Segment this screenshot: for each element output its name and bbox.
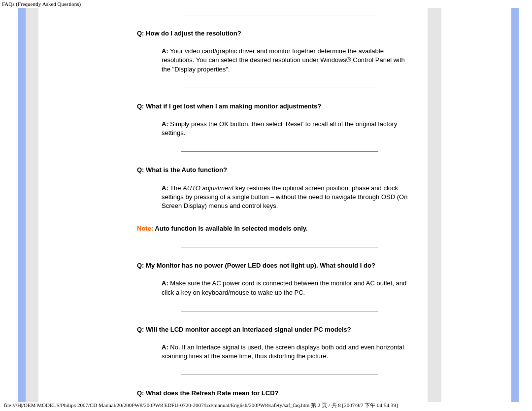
a-text: No. If an Interlace signal is used, the … <box>162 343 404 360</box>
q-prefix: Q: <box>137 30 144 37</box>
q-text: How do I adjust the resolution? <box>144 30 241 37</box>
q-prefix: Q: <box>137 326 144 333</box>
a-text-pre: The <box>168 184 183 192</box>
faq-question: Q: My Monitor has no power (Power LED do… <box>137 261 413 270</box>
faq-question: Q: What does the Refresh Rate mean for L… <box>137 389 413 398</box>
a-text: Make sure the AC power cord is connected… <box>162 279 406 296</box>
left-gutter <box>0 8 18 402</box>
divider <box>181 88 378 88</box>
divider <box>181 151 378 152</box>
faq-question: Q: What is the Auto function? <box>137 166 413 174</box>
right-stripe <box>511 8 519 402</box>
right-pad2 <box>441 8 511 402</box>
faq-answer: A: Your video card/graphic driver and mo… <box>162 47 413 74</box>
q-text: What if I get lost when I am making moni… <box>144 103 321 110</box>
faq-note: Note: Auto function is available in sele… <box>137 224 413 233</box>
faq-answer: A: Make sure the AC power cord is connec… <box>162 279 413 297</box>
divider <box>181 311 378 311</box>
right-gutter <box>519 8 532 402</box>
faq-answer: A: Simply press the OK button, then sele… <box>162 120 413 137</box>
divider <box>181 247 378 247</box>
left-stripe <box>18 8 26 402</box>
note-text: Auto function is available in selected m… <box>153 225 308 232</box>
faq-question: Q: What if I get lost when I am making m… <box>137 102 413 111</box>
q-prefix: Q: <box>137 389 144 397</box>
a-text-italic: AUTO adjustment <box>183 184 233 192</box>
q-prefix: Q: <box>137 262 144 269</box>
faq-question: Q: How do I adjust the resolution? <box>137 29 413 38</box>
a-prefix: A: <box>162 47 168 55</box>
a-prefix: A: <box>162 279 168 287</box>
q-prefix: Q: <box>137 103 144 110</box>
page-body: Q: How do I adjust the resolution? A: Yo… <box>0 8 532 402</box>
right-pad <box>428 8 441 402</box>
a-prefix: A: <box>162 184 168 192</box>
a-text: Simply press the OK button, then select … <box>162 120 397 137</box>
q-text: What is the Auto function? <box>144 166 227 173</box>
footer-file-path: file:///H|/OEM MODELS/Philips 2007/CD Ma… <box>2 401 400 410</box>
note-prefix: Note: <box>137 225 153 232</box>
faq-answer: A: No. If an Interlace signal is used, t… <box>162 343 413 361</box>
divider <box>181 15 378 15</box>
faq-question: Q: Will the LCD monitor accept an interl… <box>137 325 413 334</box>
left-pad <box>26 8 38 402</box>
a-text: Your video card/graphic driver and monit… <box>162 47 405 72</box>
page-header-title: FAQs (Frequently Asked Questions) <box>0 0 532 8</box>
divider <box>181 375 378 375</box>
q-prefix: Q: <box>137 166 144 173</box>
a-prefix: A: <box>162 343 168 351</box>
q-text: My Monitor has no power (Power LED does … <box>144 262 375 269</box>
q-text: Will the LCD monitor accept an interlace… <box>144 326 351 333</box>
q-text: What does the Refresh Rate mean for LCD? <box>144 389 278 397</box>
content: Q: How do I adjust the resolution? A: Yo… <box>38 15 428 402</box>
a-prefix: A: <box>162 120 168 128</box>
content-wrap: Q: How do I adjust the resolution? A: Yo… <box>38 8 428 402</box>
faq-answer: A: The AUTO adjustment key restores the … <box>162 184 413 211</box>
